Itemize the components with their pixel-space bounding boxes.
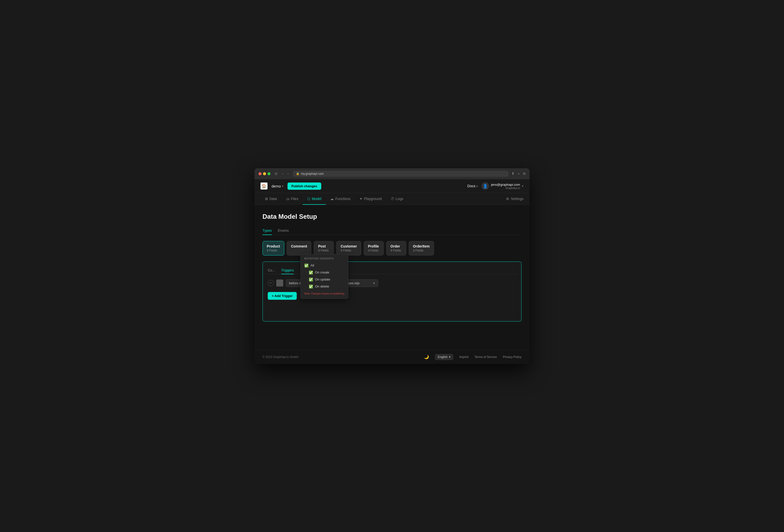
avatar: 👤 — [481, 182, 489, 190]
check-create-icon: ✅ — [309, 271, 313, 275]
docs-arrow-icon: › — [476, 184, 478, 188]
language-label: English — [438, 355, 448, 359]
settings-icon: ⚙ — [506, 197, 509, 201]
minimize-button[interactable] — [263, 172, 266, 175]
type-card-profile[interactable]: Profile 4 Fields — [364, 241, 384, 255]
nav-settings[interactable]: ⚙ Settings — [506, 193, 524, 204]
footer: © 2023 GraphApi.io GmbH 🌙 English ▾ Impr… — [254, 350, 530, 364]
project-name-label: demo — [272, 184, 281, 188]
dropdown-section-label: MUTATION VARIANTS — [301, 257, 348, 262]
file-chevron-icon: ▾ — [373, 281, 375, 285]
publish-button[interactable]: Publish changes — [287, 183, 321, 190]
topbar-right: Docs › 👤 jens@graphapi.com GraphApi.io ▾ — [468, 182, 524, 190]
privacy-link[interactable]: Privacy Policy — [503, 355, 522, 359]
dropdown-item-on-create[interactable]: ✅ On create — [301, 269, 348, 276]
type-card-fields: 3 Fields — [413, 249, 430, 252]
logo-area: 🏠 — [260, 183, 268, 190]
content-area: Data Model Setup Types Enums Product 9 F… — [254, 205, 530, 350]
footer-right: 🌙 English ▾ Imprint Terms of Service Pri… — [424, 354, 522, 360]
tab-enums[interactable]: Enums — [278, 226, 289, 235]
type-card-name: Order — [391, 244, 402, 248]
type-card-name: Profile — [368, 244, 380, 248]
type-card-name: Customer — [340, 244, 357, 248]
nav-item-functions[interactable]: ☁ Functions — [326, 193, 355, 205]
dropdown-create-label: On create — [315, 271, 329, 274]
data-icon: ⊞ — [265, 197, 268, 201]
terms-link[interactable]: Terms of Service — [475, 355, 497, 359]
tab-types[interactable]: Types — [262, 226, 272, 235]
check-all-icon: ✅ — [304, 263, 308, 268]
main-nav: ⊞ Data 🗂 Files ⬡ Model ☁ Functions ✦ Pla… — [254, 193, 530, 205]
type-card-order[interactable]: Order 9 Fields — [386, 241, 406, 255]
url-text: my.graphapi.com — [301, 172, 324, 175]
nav-item-model[interactable]: ⬡ Model — [303, 193, 326, 205]
docs-label: Docs — [468, 184, 476, 188]
type-card-fields: 8 Fields — [318, 249, 330, 252]
tabs-icon[interactable]: ⧉ — [523, 171, 526, 176]
topbar: 🏠 demo ▾ Publish changes Docs › 👤 jens@g… — [254, 179, 530, 193]
type-card-orderitem[interactable]: OrderItem 3 Fields — [409, 241, 434, 255]
type-card-post[interactable]: Post 8 Fields — [314, 241, 334, 255]
close-button[interactable] — [258, 172, 261, 175]
dropdown-update-label: On update — [315, 278, 330, 281]
type-card-fields: 9 Fields — [267, 249, 280, 252]
docs-link[interactable]: Docs › — [468, 184, 478, 188]
type-card-comment[interactable]: Comment — [287, 241, 311, 255]
nav-functions-label: Functions — [335, 197, 351, 201]
nav-logs-label: Logs — [396, 197, 403, 201]
page-tabs: Types Enums — [262, 226, 522, 235]
type-card-name: Product — [267, 244, 280, 248]
browser-actions: ⬆ ＋ ⧉ — [511, 171, 526, 176]
panel-tab-triggers[interactable]: Triggers — [281, 267, 294, 274]
nav-item-playground[interactable]: ✦ Playground — [355, 193, 386, 205]
nav-data-label: Data — [270, 197, 277, 201]
new-tab-icon[interactable]: ＋ — [517, 171, 521, 176]
dropdown-all-label: All — [310, 263, 314, 267]
nav-item-logs[interactable]: ⏱ Logs — [386, 193, 408, 205]
user-email: jens@graphapi.com — [491, 183, 520, 187]
maximize-button[interactable] — [268, 172, 271, 175]
dropdown-item-on-update[interactable]: ✅ On update — [301, 276, 348, 283]
traffic-lights — [258, 172, 271, 175]
dropdown-item-all[interactable]: ✅ All — [301, 262, 348, 269]
nav-item-data[interactable]: ⊞ Data — [260, 193, 281, 205]
imprint-link[interactable]: Imprint — [459, 355, 469, 359]
trigger-color-swatch[interactable] — [276, 280, 283, 286]
type-card-customer[interactable]: Customer 8 Fields — [336, 241, 361, 255]
panel-tab-columns[interactable]: Co... — [268, 267, 275, 274]
dark-mode-toggle[interactable]: 🌙 — [424, 355, 429, 359]
page-title: Data Model Setup — [262, 213, 522, 221]
nav-files-label: Files — [291, 197, 299, 201]
dropdown-item-on-delete[interactable]: ✅ On delete — [301, 283, 348, 290]
user-chevron-icon: ▾ — [522, 185, 524, 188]
type-card-fields: 8 Fields — [340, 249, 357, 252]
playground-icon: ✦ — [360, 197, 363, 201]
project-selector[interactable]: demo ▾ — [272, 184, 283, 188]
project-chevron-icon: ▾ — [282, 185, 283, 188]
type-cards-row: Product 9 Fields Comment Post 8 Fields C… — [262, 241, 522, 255]
nav-settings-label: Settings — [511, 197, 524, 201]
check-delete-icon: ✅ — [309, 284, 313, 288]
nav-item-files[interactable]: 🗂 Files — [281, 193, 303, 205]
user-menu[interactable]: 👤 jens@graphapi.com GraphApi.io ▾ — [481, 182, 524, 190]
type-card-name: Post — [318, 244, 330, 248]
home-icon[interactable]: 🏠 — [260, 183, 268, 190]
lang-chevron-icon: ▾ — [449, 355, 450, 359]
forward-button[interactable]: › — [286, 171, 290, 176]
sidebar-toggle-icon[interactable]: ⊟ — [274, 171, 279, 176]
type-card-name: OrderItem — [413, 244, 430, 248]
address-bar[interactable]: 🔒 my.graphapi.com — [293, 171, 508, 177]
copyright-text: © 2023 GraphApi.io GmbH — [262, 355, 299, 359]
nav-playground-label: Playground — [364, 197, 382, 201]
back-button[interactable]: ‹ — [281, 171, 284, 176]
type-card-name: Comment — [291, 244, 307, 248]
check-update-icon: ✅ — [309, 278, 313, 281]
user-company: GraphApi.io — [491, 187, 520, 190]
remove-trigger-button[interactable]: − — [268, 280, 274, 286]
type-card-fields: 9 Fields — [391, 249, 402, 252]
add-trigger-button[interactable]: + Add Trigger — [268, 292, 297, 300]
browser-navigation: ⊟ ‹ › — [274, 171, 290, 176]
share-icon[interactable]: ⬆ — [511, 171, 514, 176]
type-card-product[interactable]: Product 9 Fields — [262, 241, 284, 255]
language-selector[interactable]: English ▾ — [435, 354, 453, 360]
